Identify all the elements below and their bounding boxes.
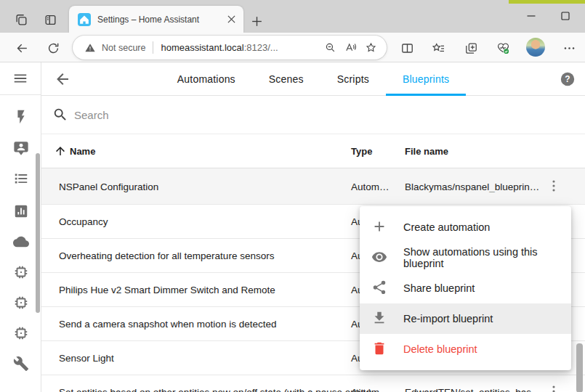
- account-badge-icon: [13, 140, 29, 156]
- workspaces-icon[interactable]: [13, 12, 29, 28]
- url-text: homeassistant.local:8123/...: [161, 42, 320, 53]
- settings-tabs: Automations Scenes Scripts Blueprints: [41, 62, 585, 96]
- tab-automations[interactable]: Automations: [161, 62, 252, 96]
- column-header-type[interactable]: Type: [351, 146, 372, 157]
- profile-avatar[interactable]: [526, 38, 545, 57]
- column-header-name[interactable]: Name: [70, 146, 95, 157]
- tab-blueprints[interactable]: Blueprints: [386, 62, 466, 96]
- minimize-button[interactable]: [521, 8, 541, 24]
- chart-box-icon: [13, 203, 29, 219]
- vertical-tabs-icon[interactable]: [42, 12, 58, 28]
- ha-sidebar: [0, 62, 41, 392]
- cell-file: Blackymas/nspanel_blueprin…: [405, 181, 539, 192]
- url-tail: :8123/...: [244, 42, 278, 53]
- menu-item-create-automation[interactable]: Create automation: [360, 212, 571, 242]
- table-header: Name Type File name: [41, 134, 585, 168]
- table-row[interactable]: Set entities based on other entities new…: [41, 375, 585, 392]
- download-icon: [371, 310, 389, 327]
- trash-icon: [371, 340, 389, 358]
- search-input[interactable]: [74, 109, 574, 121]
- sidebar-item-cloud[interactable]: [12, 233, 30, 250]
- browser-titlebar: Settings – Home Assistant: [0, 0, 585, 33]
- sidebar-item-energy[interactable]: [12, 108, 30, 126]
- cloud-icon: [13, 234, 29, 250]
- maximize-button[interactable]: [555, 8, 576, 24]
- page-scrollbar[interactable]: [576, 343, 583, 392]
- home-assistant-favicon-icon: [78, 13, 91, 26]
- cell-name: NSPanel Configuration: [59, 181, 158, 192]
- svg-text:?: ?: [565, 74, 570, 84]
- cell-name: Set entities based on other entities new…: [59, 387, 372, 392]
- menu-item-label: Show automations using this blueprint: [403, 246, 560, 269]
- column-header-file[interactable]: File name: [405, 146, 448, 157]
- menu-item-delete-blueprint[interactable]: Delete blueprint: [360, 334, 571, 364]
- overflow-menu-icon[interactable]: [546, 383, 563, 392]
- sidebar-item-history[interactable]: [12, 203, 30, 220]
- memory-chip-icon: [13, 264, 29, 280]
- collections-icon[interactable]: [461, 38, 480, 57]
- page-content: Automations Scenes Scripts Blueprints ? …: [0, 62, 585, 392]
- sidebar-item-addon-1[interactable]: [12, 264, 30, 281]
- more-options-icon[interactable]: [560, 38, 578, 57]
- memory-chip-icon: [13, 295, 29, 311]
- plus-icon: [371, 219, 389, 236]
- settings-header: Automations Scenes Scripts Blueprints ?: [41, 62, 585, 96]
- share-icon: [371, 279, 389, 297]
- cell-name: Send a camera snapshot when motion is de…: [59, 319, 276, 330]
- menu-item-label: Create automation: [403, 221, 490, 233]
- favorites-icon[interactable]: [429, 38, 448, 57]
- menu-item-show-automations[interactable]: Show automations using this blueprint: [360, 242, 571, 273]
- cell-name: Occupancy: [59, 216, 108, 227]
- blueprints-panel: Automations Scenes Scripts Blueprints ? …: [41, 62, 585, 392]
- cell-type: Autom…: [351, 387, 390, 392]
- blueprint-context-menu: Create automation Show automations using…: [360, 206, 571, 370]
- sidebar-item-addon-2[interactable]: [12, 294, 30, 311]
- search-icon: [52, 107, 68, 123]
- close-tab-icon[interactable]: [225, 13, 238, 26]
- back-icon[interactable]: [12, 38, 31, 57]
- menu-item-reimport-blueprint[interactable]: Re-import blueprint: [360, 303, 571, 334]
- sidebar-scrollbar[interactable]: [36, 153, 40, 313]
- divider: [153, 41, 153, 54]
- sidebar-item-todo-lists[interactable]: [12, 170, 30, 187]
- read-aloud-icon[interactable]: [340, 38, 360, 58]
- browser-essentials-icon[interactable]: [493, 38, 512, 57]
- cell-name: Philips Hue v2 Smart Dimmer Switch and R…: [59, 285, 275, 295]
- url-host: homeassistant.local: [161, 42, 243, 53]
- address-bar[interactable]: Not secure homeassistant.local:8123/...: [73, 36, 387, 60]
- eye-icon: [371, 249, 389, 266]
- list-icon: [13, 171, 29, 187]
- favorite-star-icon[interactable]: [360, 38, 381, 58]
- menu-item-label: Share blueprint: [403, 282, 475, 294]
- memory-chip-icon: [13, 325, 29, 341]
- cell-name: Sensor Light: [59, 353, 114, 364]
- overflow-menu-icon[interactable]: [546, 178, 563, 195]
- browser-window: Settings – Home Assistant Not secure hom…: [0, 0, 585, 392]
- sidebar-menu-button[interactable]: [0, 62, 41, 95]
- zoom-out-icon[interactable]: [320, 38, 340, 58]
- menu-item-share-blueprint[interactable]: Share blueprint: [360, 273, 571, 303]
- search-bar: [41, 96, 585, 134]
- cell-name: Overheating detection for all temperatur…: [59, 250, 274, 261]
- refresh-icon[interactable]: [44, 38, 62, 57]
- tab-scripts[interactable]: Scripts: [320, 62, 386, 96]
- cell-type: Autom…: [351, 181, 390, 192]
- new-tab-button[interactable]: [249, 13, 265, 29]
- sidebar-item-voice-assistant[interactable]: [12, 139, 30, 157]
- help-button[interactable]: ?: [560, 71, 576, 87]
- split-screen-icon[interactable]: [398, 38, 416, 57]
- browser-tab[interactable]: Settings – Home Assistant: [69, 6, 243, 33]
- table-row[interactable]: NSPanel Configuration Autom… Blackymas/n…: [41, 168, 585, 205]
- sidebar-item-addon-3[interactable]: [12, 324, 30, 342]
- flash-icon: [13, 109, 29, 125]
- tab-scenes[interactable]: Scenes: [252, 62, 320, 96]
- menu-icon: [12, 70, 28, 86]
- sidebar-item-developer-tools[interactable]: [12, 355, 30, 372]
- menu-item-label: Delete blueprint: [403, 343, 477, 355]
- security-status: Not secure: [102, 43, 145, 53]
- cell-file: EdwardTEN/set_entities_bas…: [405, 387, 541, 392]
- sort-ascending-icon[interactable]: [54, 144, 67, 158]
- not-secure-warning-icon: [84, 42, 96, 54]
- tab-title: Settings – Home Assistant: [97, 15, 225, 25]
- desktop-background-strip: [509, 0, 585, 4]
